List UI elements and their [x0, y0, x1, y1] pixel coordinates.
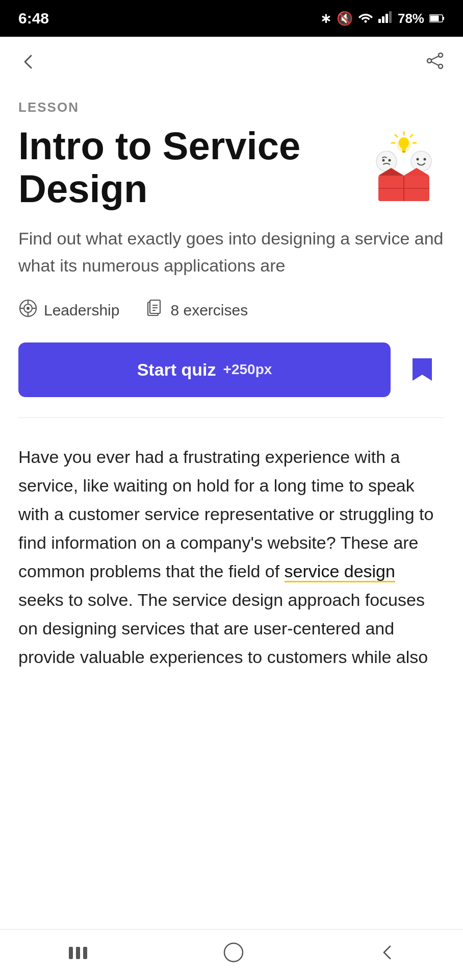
- time-display: 6:48: [18, 10, 49, 27]
- svg-point-8: [439, 53, 443, 57]
- svg-point-14: [399, 137, 409, 149]
- svg-rect-16: [402, 151, 405, 153]
- svg-point-24: [389, 159, 391, 162]
- svg-line-19: [395, 135, 397, 137]
- status-icons: ∗ 🔇 78%: [320, 11, 445, 27]
- svg-line-12: [431, 62, 439, 65]
- exercises-label: 8 exercises: [170, 302, 248, 319]
- bookmark-button[interactable]: [400, 347, 445, 392]
- article-text-2: seeks to solve. The service design appro…: [18, 590, 428, 667]
- signal-icon: [378, 11, 393, 27]
- bottom-home-button[interactable]: [214, 933, 253, 976]
- svg-rect-47: [224, 943, 243, 962]
- article-highlight[interactable]: service design: [285, 561, 395, 582]
- svg-point-26: [417, 158, 419, 161]
- svg-rect-45: [76, 947, 80, 959]
- battery-icon: [429, 11, 445, 27]
- svg-rect-44: [69, 947, 73, 959]
- start-quiz-button[interactable]: Start quiz +250px: [18, 342, 391, 397]
- wifi-icon: [358, 11, 373, 27]
- svg-rect-6: [443, 17, 444, 20]
- svg-rect-4: [389, 11, 392, 23]
- bottom-menu-button[interactable]: [59, 936, 97, 974]
- content-divider: [18, 418, 445, 418]
- svg-rect-40: [150, 300, 160, 313]
- bottom-nav: [0, 929, 463, 980]
- exercises-item: 8 exercises: [146, 299, 248, 322]
- svg-point-23: [382, 159, 385, 162]
- category-item: Leadership: [18, 299, 119, 322]
- start-quiz-xp: +250px: [223, 361, 272, 378]
- svg-point-0: [364, 20, 367, 22]
- lesson-title: Intro to Service Design: [18, 125, 353, 210]
- article-body: Have you ever had a frustrating experien…: [18, 443, 445, 702]
- svg-point-25: [411, 151, 431, 172]
- svg-rect-2: [382, 16, 384, 23]
- cta-row: Start quiz +250px: [18, 342, 445, 397]
- lesson-header: Intro to Service Design: [18, 125, 445, 210]
- lesson-description: Find out what exactly goes into designin…: [18, 225, 445, 279]
- lesson-illustration: [363, 125, 445, 206]
- bottom-back-button[interactable]: [370, 933, 404, 976]
- share-button[interactable]: [425, 51, 445, 75]
- exercises-icon: [146, 299, 164, 322]
- category-label: Leadership: [44, 302, 119, 319]
- back-button[interactable]: [18, 52, 39, 75]
- battery-display: 78%: [398, 11, 424, 27]
- main-content: LESSON Intro to Service Design: [0, 89, 463, 702]
- svg-rect-7: [430, 15, 439, 21]
- svg-line-11: [431, 56, 439, 60]
- start-quiz-label: Start quiz: [137, 360, 216, 380]
- svg-point-22: [376, 151, 397, 172]
- svg-rect-1: [378, 19, 381, 23]
- lesson-label: LESSON: [18, 100, 445, 115]
- mute-icon: 🔇: [337, 11, 353, 27]
- svg-line-18: [410, 135, 413, 137]
- svg-point-9: [427, 59, 431, 63]
- meta-row: Leadership 8 exercises: [18, 299, 445, 322]
- svg-point-27: [424, 158, 426, 161]
- svg-rect-3: [385, 14, 388, 23]
- article-text-1: Have you ever had a frustrating experien…: [18, 447, 433, 581]
- nav-bar: [0, 37, 463, 89]
- bluetooth-icon: ∗: [320, 11, 331, 27]
- svg-rect-46: [83, 947, 87, 959]
- article-paragraph: Have you ever had a frustrating experien…: [18, 443, 445, 672]
- svg-point-38: [27, 307, 30, 310]
- svg-point-10: [439, 64, 443, 68]
- svg-rect-15: [402, 148, 406, 151]
- status-bar: 6:48 ∗ 🔇 78%: [0, 0, 463, 37]
- category-icon: [18, 299, 38, 322]
